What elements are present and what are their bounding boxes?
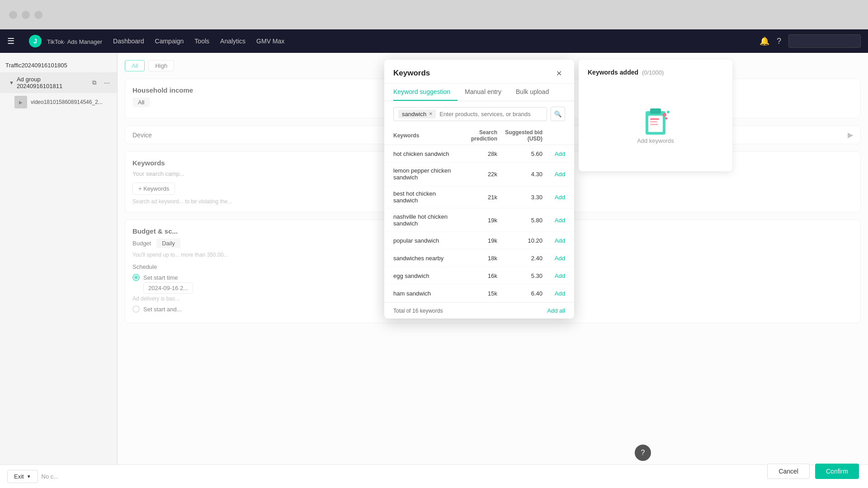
modal-tabs: Keyword suggestion Manual entry Bulk upl… (384, 84, 574, 101)
table-row: ham sandwich 15k 6.40 Add (384, 285, 574, 302)
close-modal-btn[interactable]: ✕ (552, 67, 565, 80)
cancel-btn[interactable]: Cancel (767, 464, 810, 479)
logo-avatar: J (29, 35, 42, 47)
keyword-prediction: 16k (457, 272, 497, 279)
sidebar: Traffic20240916101805 ▼ Ad group 2024091… (0, 53, 118, 488)
help-float-btn[interactable]: ? (635, 445, 651, 461)
modal-search: sandwich × 🔍 (384, 101, 574, 127)
help-nav-icon[interactable]: ? (777, 37, 781, 46)
keyword-add: Add (542, 272, 565, 280)
keyword-prediction: 22k (457, 171, 497, 178)
video-thumbnail: ▶ (14, 96, 27, 108)
keyword-name: sandwiches nearby (393, 255, 457, 262)
sidebar-video-item[interactable]: ▶ video1810158608914546_2... (0, 93, 117, 111)
search-wrapper: sandwich × (393, 107, 547, 121)
keyword-name: nashville hot chicken sandwich (393, 213, 457, 227)
keywords-added-panel: Keywords added (0/1000) (579, 60, 732, 171)
sidebar-ad-group[interactable]: ▼ Ad group 20240916101811 ⧉ ⋯ (0, 72, 117, 93)
no-label: No c... (42, 473, 59, 480)
nav-gmvmax[interactable]: GMV Max (256, 38, 284, 45)
keywords-list: hot chicken sandwich 28k 5.60 Add lemon … (384, 145, 574, 302)
nav-links: Dashboard Campaign Tools Analytics GMV M… (113, 38, 749, 45)
keyword-name: lemon pepper chicken sandwich (393, 167, 457, 181)
svg-rect-4 (650, 121, 657, 122)
tab-keyword-suggestion[interactable]: Keyword suggestion (393, 84, 458, 101)
keywords-modal: Keywords ✕ Keyword suggestion Manual ent… (384, 60, 574, 319)
keyword-prediction: 28k (457, 150, 497, 157)
keyword-add: Add (542, 216, 565, 224)
keyword-name: best hot chicken sandwich (393, 190, 457, 204)
sidebar-campaign[interactable]: Traffic20240916101805 (0, 58, 117, 72)
table-row: egg sandwich 16k 5.30 Add (384, 267, 574, 285)
keyword-bid: 6.40 (497, 290, 542, 297)
sidebar-ad-group-icons: ⧉ ⋯ (89, 78, 112, 88)
add-link[interactable]: Add (555, 255, 565, 262)
keyword-bid: 10.20 (497, 237, 542, 244)
nav-dashboard[interactable]: Dashboard (113, 38, 144, 45)
table-header: Keywords Search prediction Suggested bid… (384, 127, 574, 145)
nav-tools[interactable]: Tools (194, 38, 209, 45)
keyword-add: Add (542, 289, 565, 297)
add-link[interactable]: Add (555, 237, 565, 244)
more-icon[interactable]: ⋯ (102, 78, 112, 88)
clipboard-icon (637, 101, 674, 137)
keyword-add: Add (542, 193, 565, 201)
svg-point-7 (667, 111, 670, 113)
add-link[interactable]: Add (555, 217, 565, 224)
tag-remove-btn[interactable]: × (429, 111, 432, 117)
nav-campaign[interactable]: Campaign (155, 38, 184, 45)
minimize-traffic-light[interactable] (22, 11, 30, 19)
modal-actions: Cancel Confirm (767, 464, 859, 479)
video-label: video1810158608914546_2... (31, 99, 103, 105)
add-link[interactable]: Add (555, 272, 565, 279)
svg-rect-5 (650, 124, 658, 125)
keyword-add: Add (542, 170, 565, 178)
add-link[interactable]: Add (555, 290, 565, 297)
help-icon: ? (641, 449, 645, 457)
table-row: best hot chicken sandwich 21k 3.30 Add (384, 186, 574, 209)
nav-search-bar[interactable] (788, 34, 861, 48)
copy-icon[interactable]: ⧉ (89, 78, 99, 88)
close-traffic-light[interactable] (9, 11, 17, 19)
keyword-name: ham sandwich (393, 290, 457, 297)
keyword-bid: 4.30 (497, 171, 542, 178)
logo-text: TikTok·Ads Manager (45, 38, 102, 45)
nav-analytics[interactable]: Analytics (220, 38, 245, 45)
exit-label: Exit (14, 473, 24, 480)
notification-icon[interactable]: 🔔 (760, 36, 769, 46)
keyword-prediction: 15k (457, 290, 497, 297)
exit-btn[interactable]: Exit ▼ (7, 470, 38, 483)
add-link[interactable]: Add (555, 171, 565, 178)
confirm-btn[interactable]: Confirm (815, 464, 859, 479)
nav-right: 🔔 ? (760, 34, 861, 48)
keywords-total: Total of 16 keywords (393, 308, 443, 314)
keyword-bid: 5.60 (497, 150, 542, 157)
search-tag: sandwich × (398, 110, 436, 118)
hamburger-icon[interactable]: ☰ (7, 36, 14, 46)
add-all-btn[interactable]: Add all (547, 307, 565, 314)
panel-header: Keywords added (0/1000) (588, 69, 723, 76)
col-prediction-header: Search prediction (457, 129, 497, 142)
keyword-prediction: 19k (457, 217, 497, 224)
maximize-traffic-light[interactable] (34, 11, 42, 19)
svg-point-6 (663, 113, 666, 117)
modal-title: Keywords (393, 69, 430, 78)
search-button[interactable]: 🔍 (551, 107, 565, 121)
top-nav: ☰ J TikTok·Ads Manager Dashboard Campaig… (0, 29, 868, 53)
table-row: lemon pepper chicken sandwich 22k 4.30 A… (384, 163, 574, 186)
add-link[interactable]: Add (555, 150, 565, 157)
main-layout: Traffic20240916101805 ▼ Ad group 2024091… (0, 53, 868, 488)
add-link[interactable]: Add (555, 194, 565, 201)
keyword-name: popular sandwich (393, 237, 457, 244)
ad-group-name: Ad group 20240916101811 (17, 76, 85, 89)
tab-manual-entry[interactable]: Manual entry (465, 84, 509, 101)
keyword-prediction: 18k (457, 255, 497, 262)
empty-state: Add keywords (588, 83, 723, 162)
keyword-add: Add (542, 254, 565, 262)
search-input[interactable] (439, 111, 542, 117)
modal-header: Keywords ✕ (384, 60, 574, 84)
tab-bulk-upload[interactable]: Bulk upload (516, 84, 556, 101)
table-row: popular sandwich 19k 10.20 Add (384, 232, 574, 249)
table-row: nashville hot chicken sandwich 19k 5.80 … (384, 209, 574, 232)
keyword-bid: 5.30 (497, 272, 542, 279)
